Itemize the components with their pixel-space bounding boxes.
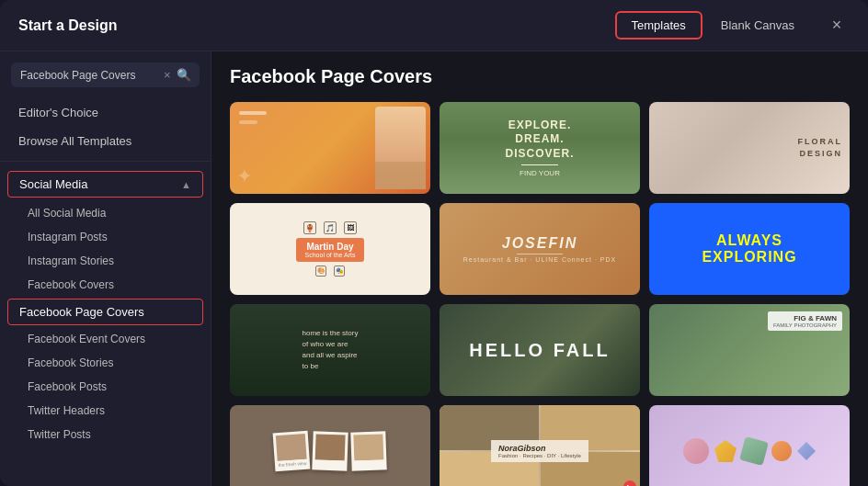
template-card-2[interactable]: EXPLORE.DREAM.DISCOVER. FIND YOUR xyxy=(440,102,640,194)
search-box: × 🔍 xyxy=(11,62,200,87)
template-card-9[interactable]: FIG & FAWN FAMILY PHOTOGRAPHY xyxy=(649,304,850,396)
template-card-1[interactable]: ✦ xyxy=(230,102,430,194)
sidebar-item-facebook-posts[interactable]: Facebook Posts xyxy=(0,375,211,399)
sidebar-item-facebook-covers[interactable]: Facebook Covers xyxy=(0,273,211,297)
modal-title: Start a Design xyxy=(18,17,118,34)
chevron-up-icon: ▲ xyxy=(181,179,191,190)
tab-group: Templates Blank Canvas xyxy=(615,11,809,40)
social-media-label: Social Media xyxy=(19,177,87,191)
template-card-4[interactable]: 🏺 🎵 🖼 Martin Day School of the Arts 🎨 🎭 xyxy=(230,203,430,295)
template-card-10[interactable]: the fresh view xyxy=(230,405,430,486)
modal-body: × 🔍 Editor's Choice Browse All Templates… xyxy=(0,51,868,486)
editors-choice-label: Editor's Choice xyxy=(18,106,98,119)
template-card-7[interactable]: home is the storyof who we areand all we… xyxy=(230,304,430,396)
tab-templates[interactable]: Templates xyxy=(615,11,702,40)
sidebar-item-editors-choice[interactable]: Editor's Choice xyxy=(0,98,211,127)
tab-blank-canvas[interactable]: Blank Canvas xyxy=(706,11,809,40)
template-card-8[interactable]: HELLO FALL xyxy=(440,304,640,396)
close-button[interactable]: × xyxy=(824,13,850,39)
template-grid: ✦ EXPLORE.DREAM.DISCOVER. FIND YOUR xyxy=(230,102,850,486)
modal-header: Start a Design Templates Blank Canvas × xyxy=(0,0,868,51)
sidebar-item-all-social[interactable]: All Social Media xyxy=(0,201,211,225)
template-card-5[interactable]: JOSEFIN Restaurant & Bar · ULINE Connect… xyxy=(440,203,640,295)
sidebar: × 🔍 Editor's Choice Browse All Templates… xyxy=(0,51,211,486)
search-area: × 🔍 xyxy=(0,62,211,98)
sidebar-item-browse-all[interactable]: Browse All Templates xyxy=(0,127,211,155)
search-icon-button[interactable]: 🔍 xyxy=(177,68,191,82)
clear-search-button[interactable]: × xyxy=(164,68,171,82)
sidebar-item-facebook-page-covers[interactable]: Facebook Page Covers xyxy=(7,299,203,325)
browse-all-label: Browse All Templates xyxy=(18,134,131,148)
sidebar-section-social-media[interactable]: Social Media ▲ xyxy=(7,171,203,198)
template-card-12[interactable] xyxy=(649,405,850,486)
sidebar-item-twitter-headers[interactable]: Twitter Headers xyxy=(0,399,211,423)
sidebar-item-instagram-posts[interactable]: Instagram Posts xyxy=(0,225,211,249)
page-title: Facebook Page Covers xyxy=(230,66,850,87)
facebook-page-covers-label: Facebook Page Covers xyxy=(19,305,144,319)
template-card-6[interactable]: ALWAYSEXPLORING xyxy=(649,203,850,295)
sidebar-item-instagram-stories[interactable]: Instagram Stories xyxy=(0,249,211,273)
sidebar-item-twitter-posts[interactable]: Twitter Posts xyxy=(0,423,211,446)
sidebar-item-facebook-event-covers[interactable]: Facebook Event Covers xyxy=(0,327,211,351)
start-a-design-modal: Start a Design Templates Blank Canvas × … xyxy=(0,0,868,486)
template-card-3[interactable]: FLORALDESIGN xyxy=(649,102,850,194)
sidebar-item-facebook-stories[interactable]: Facebook Stories xyxy=(0,351,211,375)
template-card-11[interactable]: NoraGibson Fashion · Recipes · DIY · Lif… xyxy=(440,405,640,486)
main-content: Facebook Page Covers ✦ xyxy=(211,51,868,486)
sidebar-divider xyxy=(0,161,211,162)
search-input[interactable] xyxy=(20,69,158,82)
